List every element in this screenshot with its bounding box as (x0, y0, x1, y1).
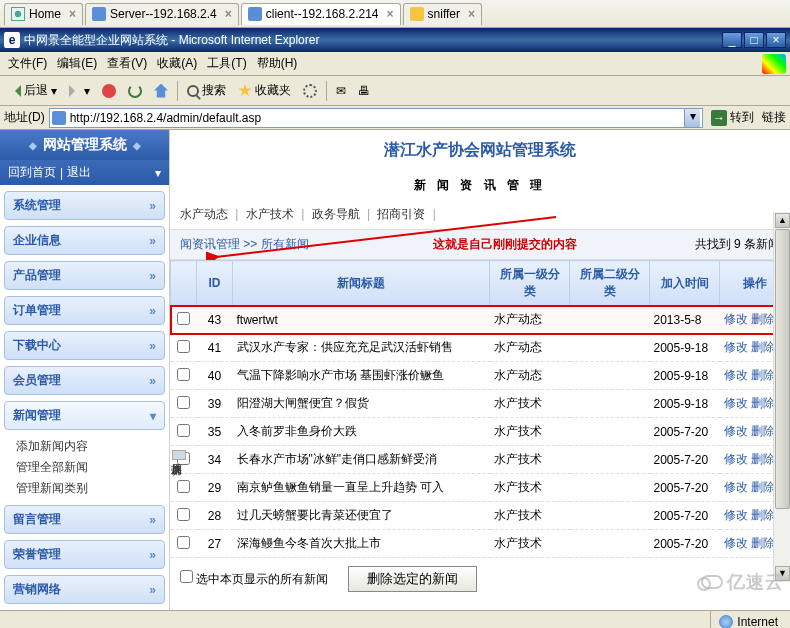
cell-cat2 (570, 474, 650, 502)
row-checkbox[interactable] (177, 536, 190, 549)
edit-link[interactable]: 修改 (724, 424, 748, 438)
close-button[interactable]: × (766, 32, 786, 48)
minimize-button[interactable]: _ (722, 32, 742, 48)
close-icon[interactable]: × (468, 7, 475, 21)
delete-link[interactable]: 删除 (751, 396, 775, 410)
edit-link[interactable]: 修改 (724, 452, 748, 466)
edit-link[interactable]: 修改 (724, 312, 748, 326)
edit-link[interactable]: 修改 (724, 368, 748, 382)
history-button[interactable] (298, 81, 322, 101)
edit-link[interactable]: 修改 (724, 340, 748, 354)
delete-link[interactable]: 删除 (751, 452, 775, 466)
menu-view[interactable]: 查看(V) (103, 53, 151, 74)
sidebar-subitem[interactable]: 添加新闻内容 (0, 436, 169, 457)
go-button[interactable]: →转到 (707, 107, 758, 128)
sidebar-item[interactable]: 下载中心» (4, 331, 165, 360)
category-link[interactable]: 水产技术 (242, 207, 297, 221)
sidebar-item[interactable]: 营销网络» (4, 575, 165, 604)
forward-button[interactable]: ▾ (64, 81, 95, 101)
select-all-label[interactable]: 选中本页显示的所有新闻 (180, 570, 328, 588)
edit-link[interactable]: 修改 (724, 536, 748, 550)
cell-cat2 (570, 418, 650, 446)
category-link[interactable]: 水产动态 (180, 207, 231, 221)
sidebar-item[interactable]: 订单管理» (4, 296, 165, 325)
sidebar-item[interactable]: 荣誉管理» (4, 540, 165, 569)
row-checkbox[interactable] (177, 396, 190, 409)
stop-button[interactable] (97, 81, 121, 101)
scroll-up-button[interactable]: ▲ (775, 213, 790, 228)
cell-title[interactable]: 南京鲈鱼鳜鱼销量一直呈上升趋势 可入 (233, 474, 490, 502)
tab-sniffer[interactable]: sniffer× (403, 3, 482, 25)
edit-link[interactable]: 修改 (724, 508, 748, 522)
tab-client[interactable]: client--192.168.2.214× (241, 3, 401, 25)
menu-favorites[interactable]: 收藏(A) (153, 53, 201, 74)
cell-title[interactable]: 深海鳗鱼今冬首次大批上市 (233, 530, 490, 558)
tab-home[interactable]: Home× (4, 3, 83, 25)
sidebar-item[interactable]: 系统管理» (4, 191, 165, 220)
back-label: 后退 (24, 82, 48, 99)
delete-selected-button[interactable]: 删除选定的新闻 (348, 566, 477, 592)
scroll-down-button[interactable]: ▼ (775, 566, 790, 581)
sidebar-logout-link[interactable]: 退出 (67, 164, 91, 181)
delete-link[interactable]: 删除 (751, 340, 775, 354)
sidebar-item[interactable]: 产品管理» (4, 261, 165, 290)
screen-switch-tab[interactable]: 屏幕切换 (172, 450, 186, 460)
tab-label: Server--192.168.2.4 (110, 7, 217, 21)
address-dropdown[interactable]: ▾ (684, 109, 700, 127)
delete-link[interactable]: 删除 (751, 480, 775, 494)
back-button[interactable]: 后退▾ (4, 79, 62, 102)
sidebar-item[interactable]: 企业信息» (4, 226, 165, 255)
sidebar-subitem[interactable]: 管理全部新闻 (0, 457, 169, 478)
menu-file[interactable]: 文件(F) (4, 53, 51, 74)
col-checkbox (171, 261, 197, 306)
favorites-button[interactable]: 收藏夹 (233, 79, 296, 102)
close-icon[interactable]: × (387, 7, 394, 21)
row-checkbox[interactable] (177, 480, 190, 493)
sidebar-subitem[interactable]: 管理新闻类别 (0, 478, 169, 499)
delete-link[interactable]: 删除 (751, 368, 775, 382)
url-input[interactable] (70, 111, 680, 125)
menu-edit[interactable]: 编辑(E) (53, 53, 101, 74)
category-link[interactable]: 政务导航 (308, 207, 363, 221)
address-field[interactable]: ▾ (49, 108, 703, 128)
print-button[interactable]: 🖶 (353, 81, 375, 101)
home-button[interactable] (149, 81, 173, 101)
cell-title[interactable]: 长春水产市场"冰鲜"走俏口感新鲜受消 (233, 446, 490, 474)
cell-title[interactable]: ftwertwt (233, 306, 490, 334)
cell-title[interactable]: 阳澄湖大闸蟹便宜？假货 (233, 390, 490, 418)
category-link[interactable]: 招商引资 (374, 207, 429, 221)
delete-link[interactable]: 删除 (751, 536, 775, 550)
row-checkbox[interactable] (177, 340, 190, 353)
close-icon[interactable]: × (69, 7, 76, 21)
cell-title[interactable]: 过几天螃蟹要比青菜还便宜了 (233, 502, 490, 530)
select-all-checkbox[interactable] (180, 570, 193, 583)
chevron-down-icon[interactable]: ▾ (155, 166, 161, 180)
scrollbar[interactable]: ▲ ▼ (773, 212, 790, 582)
delete-link[interactable]: 删除 (751, 424, 775, 438)
scroll-thumb[interactable] (775, 229, 790, 509)
edit-link[interactable]: 修改 (724, 396, 748, 410)
cell-title[interactable]: 武汉水产专家：供应充充足武汉活虾销售 (233, 334, 490, 362)
tab-server[interactable]: Server--192.168.2.4× (85, 3, 239, 25)
delete-link[interactable]: 删除 (751, 312, 775, 326)
cell-title[interactable]: 气温下降影响水产市场 基围虾涨价鳜鱼 (233, 362, 490, 390)
sidebar-item[interactable]: 留言管理» (4, 505, 165, 534)
sidebar-item[interactable]: 会员管理» (4, 366, 165, 395)
refresh-button[interactable] (123, 81, 147, 101)
cell-title[interactable]: 入冬前罗非鱼身价大跌 (233, 418, 490, 446)
maximize-button[interactable]: □ (744, 32, 764, 48)
sidebar-item[interactable]: 新闻管理▾ (4, 401, 165, 430)
search-button[interactable]: 搜索 (182, 79, 231, 102)
sidebar-home-link[interactable]: 回到首页 (8, 164, 56, 181)
row-checkbox[interactable] (177, 368, 190, 381)
mail-button[interactable]: ✉ (331, 81, 351, 101)
delete-link[interactable]: 删除 (751, 508, 775, 522)
menu-tools[interactable]: 工具(T) (203, 53, 250, 74)
edit-link[interactable]: 修改 (724, 480, 748, 494)
close-icon[interactable]: × (225, 7, 232, 21)
row-checkbox[interactable] (177, 312, 190, 325)
links-label[interactable]: 链接 (762, 109, 786, 126)
row-checkbox[interactable] (177, 424, 190, 437)
row-checkbox[interactable] (177, 508, 190, 521)
menu-help[interactable]: 帮助(H) (253, 53, 302, 74)
